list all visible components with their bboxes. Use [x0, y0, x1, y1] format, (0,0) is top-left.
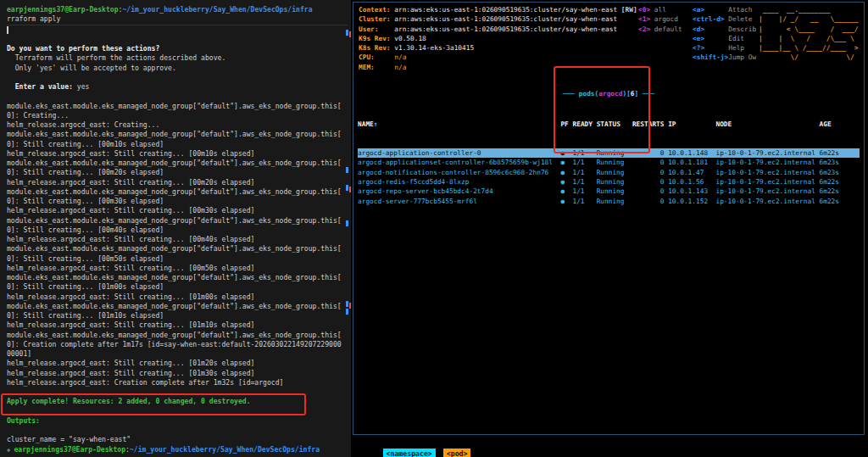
terminal-line	[7, 25, 348, 35]
info-row: Context: arn:aws:eks:us-east-1:026090519…	[359, 5, 637, 14]
pod-row[interactable]: argocd-notifications-controller-8596c6c9…	[358, 168, 860, 177]
terminal-line: helm_release.argocd_east: Still creating…	[7, 359, 348, 368]
terminal-line: 0]: Creation complete after 1m17s [id=sa…	[7, 340, 348, 349]
scrollbar-mark	[346, 167, 348, 173]
terminal-line: module.eks_east.module.eks_managed_node_…	[7, 159, 348, 168]
pods-table-title: ─── pods(argocd)[6] ───	[358, 89, 860, 99]
pod-row[interactable]: argocd-repo-server-bcb45bdc4-2t7d4 ● 1/1…	[358, 187, 860, 196]
terminal-line: 0]: Still creating... [00m50s elapsed]	[7, 254, 348, 264]
crumb-pod: <pod>	[443, 449, 471, 457]
k9s-breadcrumbs: <namespace><pod>	[358, 439, 478, 457]
scrollbar-mark	[346, 309, 348, 315]
terminal-line: helm_release.argocd_east: Creating...	[7, 120, 348, 130]
command-hotkey: <a> Attach	[693, 5, 756, 14]
namespace-hotkey: <2> default	[638, 25, 682, 34]
terminal-line: Outputs:	[7, 416, 348, 426]
terminal-line: rraform apply	[7, 14, 348, 24]
info-row: CPU: n/a	[359, 53, 637, 62]
terminal-line: module.eks_east.module.eks_managed_node_…	[7, 130, 348, 139]
info-row: User: arn:aws:eks:us-east-1:026090519635…	[359, 25, 637, 34]
pods-table: ─── pods(argocd)[6] ─── NAME↑ PF READY S…	[358, 70, 860, 225]
terminal-line: 00001]	[7, 349, 348, 359]
info-row: K9s Rev: v0.50.18	[359, 34, 637, 43]
terminal-line: module.eks_east.module.eks_managed_node_…	[7, 302, 348, 311]
terminal-line: 0]: Still creating... [00m30s elapsed]	[7, 197, 348, 206]
scrollbar-mark	[346, 301, 348, 307]
terminal-line: module.eks_east.module.eks_managed_node_…	[7, 273, 348, 282]
terminal-line: Terraform will perform the actions descr…	[7, 53, 348, 63]
terminal-line: module.eks_east.module.eks_managed_node_…	[7, 216, 348, 226]
command-hotkey: <e> Edit	[693, 34, 756, 43]
terminal-line: module.eks_east.module.eks_managed_node_…	[7, 331, 348, 340]
scrollbar-mark	[346, 220, 348, 226]
terminal-line: 0]: Still creating... [00m20s elapsed]	[7, 168, 348, 177]
terminal-line	[7, 35, 348, 44]
terminal-line: helm_release.argocd_east: Still creating…	[7, 293, 348, 302]
pod-row[interactable]: argocd-applicationset-controller-6b85756…	[358, 158, 860, 167]
terminal-line: 0]: Still creating... [00m10s elapsed]	[7, 140, 348, 149]
k9s-pane[interactable]: Context: arn:aws:eks:us-east-1:026090519…	[351, 0, 868, 457]
command-hotkey: <?> Help	[693, 43, 756, 53]
terminal-line	[7, 92, 348, 101]
pod-row[interactable]: argocd-redis-f5ccd5dd4-8lxzp ● 1/1 Runni…	[358, 177, 860, 187]
terminal-line: Enter a value: yes	[7, 82, 348, 92]
terminal-line: earpjennings37@Earp-Desktop:~/im_your_hu…	[7, 5, 348, 14]
scrollbar-mark	[346, 30, 348, 36]
pods-table-header: NAME↑ PF READY STATUS RESTARTS IP NODE A…	[358, 120, 860, 129]
terminal-line: Apply complete! Resources: 2 added, 0 ch…	[7, 397, 348, 406]
terminal-lines: earpjennings37@Earp-Desktop:~/im_your_hu…	[7, 5, 348, 454]
namespace-hotkey: <1> argocd	[638, 14, 682, 24]
screen: earpjennings37@Earp-Desktop:~/im_your_hu…	[0, 0, 868, 457]
k9s-cluster-info: Context: arn:aws:eks:us-east-1:026090519…	[359, 5, 637, 72]
terminal-line: 0]: Still creating... [01m00s elapsed]	[7, 282, 348, 292]
pod-row[interactable]: argocd-server-777bcb5455-mrf6l ● 1/1 Run…	[358, 197, 860, 206]
terminal-line: Only 'yes' will be accepted to approve.	[7, 64, 348, 73]
terminal-line: 0]: Still creating... [01m10s elapsed]	[7, 311, 348, 320]
pods-table-rows: argocd-application-controller-0 ● 1/1 Ru…	[358, 148, 860, 206]
terminal-line: 0]: Still creating... [00m40s elapsed]	[7, 226, 348, 235]
terminal-line	[7, 426, 348, 435]
terminal-line: ❖ earpjennings37@Earp-Desktop:~/im_your_…	[7, 445, 348, 454]
terminal-line	[7, 407, 348, 416]
k9s-window: Context: arn:aws:eks:us-east-1:026090519…	[353, 2, 865, 435]
terminal-line: Do you want to perform these actions?	[7, 44, 348, 53]
terraform-terminal-pane[interactable]: earpjennings37@Earp-Desktop:~/im_your_hu…	[0, 0, 351, 457]
terminal-line: helm_release.argocd_east: Still creating…	[7, 369, 348, 378]
terminal-line	[7, 73, 348, 82]
namespace-hotkey: <0> all	[638, 5, 682, 14]
terminal-line: helm_release.argocd_east: Still creating…	[7, 149, 348, 159]
terminal-line: helm_release.argocd_east: Still creating…	[7, 178, 348, 187]
crumb-namespace: <namespace>	[383, 449, 436, 457]
k9s-namespace-hotkeys: <0> all<1> argocd<2> default	[638, 5, 682, 34]
terminal-line: 0]: Creating...	[7, 111, 348, 120]
terminal-line: helm_release.argocd_east: Still creating…	[7, 206, 348, 215]
command-hotkey: <d> Describ	[693, 25, 756, 34]
pod-row-selected[interactable]: argocd-application-controller-0 ● 1/1 Ru…	[358, 148, 860, 158]
command-hotkey: <ctrl-d> Delete	[693, 14, 756, 24]
terminal-line: helm_release.argocd_east: Creation compl…	[7, 378, 348, 387]
terminal-line: helm_release.argocd_east: Still creating…	[7, 320, 348, 330]
info-row: Cluster: arn:aws:eks:us-east-1:026090519…	[359, 14, 637, 24]
scrollbar-mark	[346, 185, 348, 191]
k9s-ascii-logo: ____ __.________| |/ _/ __ \______| < \_…	[759, 5, 858, 63]
terminal-line	[7, 387, 348, 397]
terminal-line: module.eks_east.module.eks_managed_node_…	[7, 244, 348, 254]
terminal-line: helm_release.argocd_east: Still creating…	[7, 264, 348, 273]
info-row: K8s Rev: v1.30.14-eks-3a10415	[359, 43, 637, 53]
k9s-command-hotkeys: <a> Attach<ctrl-d> Delete<d> Describ<e> …	[693, 5, 756, 63]
command-hotkey: <shift-j>Jump Ow	[693, 53, 756, 62]
terminal-line: module.eks_east.module.eks_managed_node_…	[7, 102, 348, 111]
terminal-line: helm_release.argocd_east: Still creating…	[7, 235, 348, 244]
terminal-line: module.eks_east.module.eks_managed_node_…	[7, 187, 348, 197]
terminal-line: cluster_name = "say-when-east"	[7, 435, 348, 444]
